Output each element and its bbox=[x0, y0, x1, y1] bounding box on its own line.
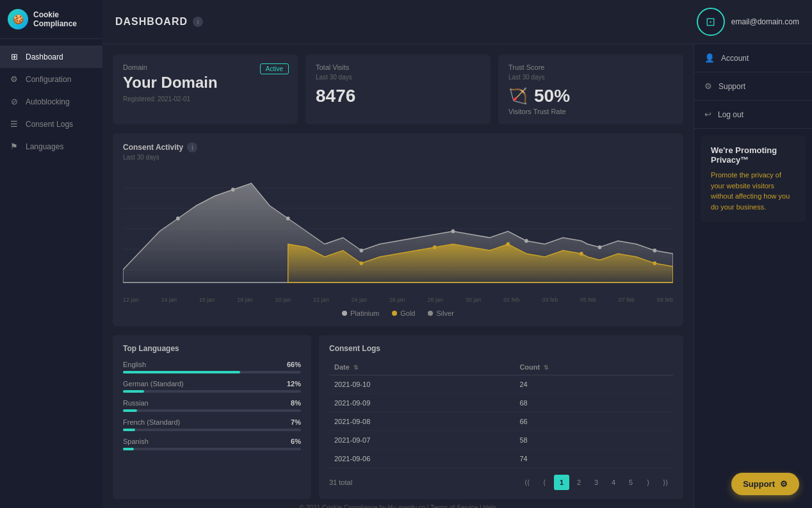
chart-card: Consent Activity i Last 30 days bbox=[113, 133, 683, 326]
sidebar-label-languages: Languages bbox=[26, 142, 63, 151]
svg-point-8 bbox=[231, 188, 235, 192]
sidebar-item-dashboard[interactable]: ⊞ Dashboard bbox=[0, 45, 102, 68]
sort-icon: ⇅ bbox=[544, 365, 549, 371]
legend-gold: Gold bbox=[392, 309, 415, 317]
chart-info-icon[interactable]: i bbox=[187, 142, 197, 152]
visits-sublabel: Last 30 days bbox=[316, 74, 480, 81]
svg-point-13 bbox=[598, 245, 602, 249]
lang-item-english: English 66% bbox=[123, 361, 301, 373]
sidebar-label-consent-logs: Consent Logs bbox=[26, 120, 73, 129]
autoblocking-icon: ⊘ bbox=[9, 97, 19, 106]
logout-icon: ↩ bbox=[704, 110, 711, 119]
app-logo[interactable]: 🍪 Cookie Compliance bbox=[0, 0, 102, 39]
legend-platinium: Platinium bbox=[342, 309, 379, 317]
lang-bar-fill bbox=[123, 429, 135, 431]
chart-subtitle: Last 30 days bbox=[123, 154, 673, 161]
lang-bar-fill bbox=[123, 371, 240, 373]
languages-title: Top Languages bbox=[123, 344, 301, 353]
silver-label: Silver bbox=[436, 309, 454, 317]
promo-title: We're Promoting Privacy™ bbox=[711, 145, 795, 165]
sidebar-item-configuration[interactable]: ⚙ Configuration bbox=[0, 68, 102, 90]
x-label: 07 feb bbox=[619, 297, 635, 303]
content-main: Domain Active Your Domain Registered: 20… bbox=[102, 44, 694, 508]
sidebar-nav: ⊞ Dashboard ⚙ Configuration ⊘ Autoblocki… bbox=[0, 39, 102, 508]
col-count[interactable]: Count ⇅ bbox=[514, 359, 673, 375]
avatar[interactable]: ⊡ bbox=[697, 8, 725, 36]
x-label: 26 jan bbox=[389, 297, 405, 303]
logout-menu-item[interactable]: ↩ Log out bbox=[694, 101, 812, 129]
page-next-button[interactable]: ⟩ bbox=[640, 475, 656, 490]
account-label: Account bbox=[721, 54, 749, 63]
table-row: 2021-09-09 68 bbox=[329, 394, 673, 413]
table-row: 2021-09-08 66 bbox=[329, 413, 673, 431]
sidebar-label-dashboard: Dashboard bbox=[26, 53, 63, 61]
lang-bar-bg bbox=[123, 371, 301, 373]
log-count: 68 bbox=[514, 394, 673, 413]
lang-item-spanish: Spanish 6% bbox=[123, 438, 301, 450]
footer-text: © 2021 Cookie Compliance by Hu-manity.co… bbox=[300, 504, 496, 508]
log-count: 74 bbox=[514, 450, 673, 468]
table-row: 2021-09-06 74 bbox=[329, 450, 673, 468]
table-row: 2021-09-07 58 bbox=[329, 431, 673, 450]
header-left: DASHBOARD i bbox=[115, 16, 203, 28]
lang-name: English bbox=[123, 361, 146, 368]
svg-point-18 bbox=[580, 252, 583, 256]
sidebar-item-autoblocking[interactable]: ⊘ Autoblocking bbox=[0, 90, 102, 113]
pagination-row: 31 total ⟨⟨ ⟨ 1 2 3 4 5 ⟩ ⟩⟩ bbox=[329, 475, 673, 490]
header-right: ⊡ email@domain.com bbox=[697, 8, 799, 36]
info-icon[interactable]: i bbox=[193, 17, 203, 27]
languages-icon: ⚑ bbox=[9, 142, 19, 151]
pagination: ⟨⟨ ⟨ 1 2 3 4 5 ⟩ ⟩⟩ bbox=[519, 475, 673, 490]
page-prev-button[interactable]: ⟨ bbox=[537, 475, 552, 490]
support-menu-item[interactable]: ⚙ Support bbox=[694, 72, 812, 101]
page-title: DASHBOARD bbox=[115, 16, 188, 28]
support-fab[interactable]: Support ⚙ bbox=[731, 473, 799, 495]
log-date: 2021-09-08 bbox=[329, 413, 514, 431]
support-icon: ⚙ bbox=[704, 81, 712, 91]
lang-bar-bg bbox=[123, 390, 301, 393]
lang-bar-fill bbox=[123, 448, 134, 450]
languages-card: Top Languages English 66% German (Standa… bbox=[113, 335, 311, 499]
footer: © 2021 Cookie Compliance by Hu-manity.co… bbox=[113, 499, 683, 508]
sidebar-item-languages[interactable]: ⚑ Languages bbox=[0, 135, 102, 158]
trust-pct: 50% bbox=[534, 86, 570, 106]
domain-registered: Registered: 2021-02-01 bbox=[123, 95, 288, 102]
page-4-button[interactable]: 4 bbox=[606, 475, 621, 490]
trust-card: Trust Score Last 30 days 🏹 50% Visitors … bbox=[498, 54, 683, 124]
svg-point-19 bbox=[653, 261, 657, 265]
account-menu-item[interactable]: 👤 Account bbox=[694, 44, 812, 72]
x-label: 16 jan bbox=[199, 297, 215, 303]
page-first-button[interactable]: ⟨⟨ bbox=[519, 475, 535, 490]
svg-point-11 bbox=[451, 229, 455, 233]
trust-score-row: 🏹 50% bbox=[508, 86, 673, 106]
svg-point-7 bbox=[176, 217, 180, 220]
page-1-button[interactable]: 1 bbox=[554, 475, 569, 490]
gold-dot bbox=[392, 311, 397, 316]
stats-row: Domain Active Your Domain Registered: 20… bbox=[113, 54, 683, 124]
configuration-icon: ⚙ bbox=[9, 74, 19, 84]
lang-pct: 66% bbox=[287, 361, 301, 368]
lang-bar-bg bbox=[123, 409, 301, 412]
svg-point-12 bbox=[524, 239, 528, 243]
sidebar-label-autoblocking: Autoblocking bbox=[26, 97, 70, 106]
lang-bar-fill bbox=[123, 409, 137, 412]
svg-point-9 bbox=[286, 217, 290, 220]
lang-pct: 12% bbox=[287, 380, 301, 388]
col-date[interactable]: Date ⇅ bbox=[329, 359, 514, 375]
svg-point-10 bbox=[359, 249, 363, 252]
sidebar-item-consent-logs[interactable]: ☰ Consent Logs bbox=[0, 113, 102, 135]
x-label: 05 feb bbox=[580, 297, 596, 303]
right-panel: 👤 Account ⚙ Support ↩ Log out We're Prom… bbox=[694, 44, 812, 508]
x-label: 24 jan bbox=[352, 297, 368, 303]
trust-icon: 🏹 bbox=[508, 87, 528, 105]
x-label: 14 jan bbox=[161, 297, 177, 303]
svg-point-17 bbox=[506, 242, 510, 246]
sidebar-label-configuration: Configuration bbox=[26, 75, 71, 84]
lang-name: German (Standard) bbox=[123, 380, 184, 388]
page-2-button[interactable]: 2 bbox=[571, 475, 587, 490]
page-5-button[interactable]: 5 bbox=[623, 475, 638, 490]
page-last-button[interactable]: ⟩⟩ bbox=[658, 475, 673, 490]
log-date: 2021-09-10 bbox=[329, 375, 514, 394]
lang-name: Spanish bbox=[123, 438, 149, 445]
page-3-button[interactable]: 3 bbox=[589, 475, 604, 490]
